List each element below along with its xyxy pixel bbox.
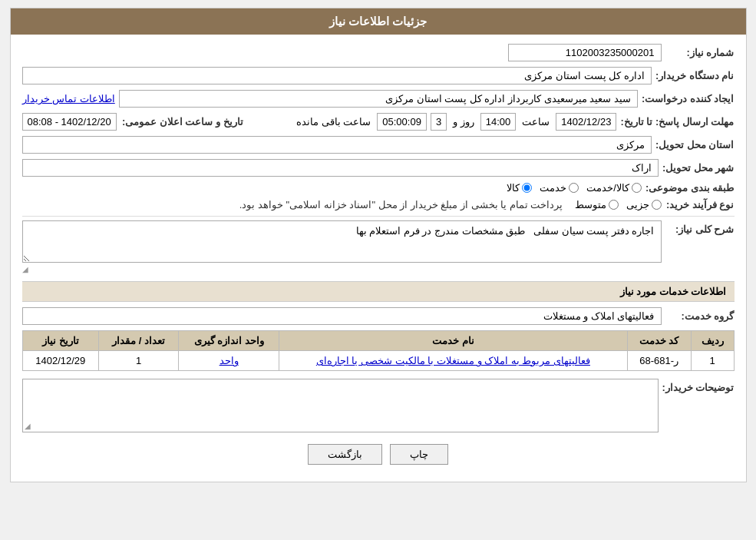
- page-header: جزئیات اطلاعات نیاز: [11, 8, 746, 35]
- col-row-num: ردیف: [691, 331, 734, 351]
- deadline-row: مهلت ارسال پاسخ: تا تاریخ: 1402/12/23 سا…: [22, 113, 735, 131]
- buyer-name-label: نام دستگاه خریدار:: [655, 70, 735, 81]
- remaining-time-value: 05:00:09: [377, 113, 427, 131]
- deadline-date-value: 1402/12/23: [556, 113, 616, 131]
- buyer-desc-row: توضیحات خریدار: ◢: [22, 379, 735, 432]
- category-goods-service-item: کالا/خدمت: [586, 182, 642, 194]
- col-date: تاریخ نیاز: [22, 331, 99, 351]
- col-unit: واحد اندازه گیری: [179, 331, 279, 351]
- creator-contact-link[interactable]: اطلاعات تماس خریدار: [22, 93, 115, 104]
- back-button[interactable]: بازگشت: [308, 444, 382, 465]
- purchase-partial-item: جزیی: [626, 199, 662, 210]
- col-service-name: نام خدمت: [279, 331, 627, 351]
- cell-unit[interactable]: واحد: [179, 351, 279, 371]
- services-table-header-row: ردیف کد خدمت نام خدمت واحد اندازه گیری ت…: [22, 331, 734, 351]
- days-label: روز و: [453, 116, 474, 128]
- purchase-partial-label: جزیی: [626, 199, 649, 210]
- buyer-desc-label: توضیحات خریدار:: [662, 382, 735, 393]
- category-label: طبقه بندی موضوعی:: [645, 182, 735, 194]
- buttons-row: چاپ بازگشت: [22, 444, 735, 465]
- resize-icon: ◢: [22, 265, 662, 273]
- category-service-item: خدمت: [540, 182, 579, 194]
- page-title: جزئیات اطلاعات نیاز: [329, 15, 427, 28]
- content-area: شماره نیاز: 1102003235000201 نام دستگاه …: [11, 35, 746, 482]
- page-container: جزئیات اطلاعات نیاز شماره نیاز: 11020032…: [10, 8, 747, 482]
- service-group-label: گروه خدمت:: [665, 310, 735, 322]
- date-time-label: تاریخ و ساعت اعلان عمومی:: [120, 116, 243, 128]
- category-goods-label: کالا: [507, 182, 520, 194]
- col-service-code: کد خدمت: [627, 331, 691, 351]
- need-desc-textarea[interactable]: [22, 220, 662, 263]
- purchase-type-label: نوع فرآیند خرید:: [665, 199, 735, 210]
- purchase-medium-radio[interactable]: [609, 200, 619, 210]
- delivery-province-value: مرکزی: [22, 136, 652, 154]
- purchase-type-radio-group: جزیی متوسط: [575, 199, 662, 210]
- delivery-province-label: استان محل تحویل:: [655, 139, 735, 151]
- cell-quantity: 1: [99, 351, 179, 371]
- cell-service-name[interactable]: فعالیتهای مربوط به املاک و مستغلات با ما…: [279, 351, 627, 371]
- delivery-province-row: استان محل تحویل: مرکزی: [22, 136, 735, 154]
- services-table: ردیف کد خدمت نام خدمت واحد اندازه گیری ت…: [22, 330, 735, 371]
- category-goods-service-radio[interactable]: [632, 183, 642, 193]
- request-number-value: 1102003235000201: [508, 44, 662, 61]
- need-desc-row: شرح کلی نیاز: ◢: [22, 220, 735, 273]
- category-radio-group: کالا/خدمت خدمت کالا: [507, 182, 642, 194]
- category-goods-radio[interactable]: [522, 183, 532, 193]
- delivery-city-label: شهر محل تحویل:: [662, 162, 735, 174]
- service-group-row: گروه خدمت: فعالیتهای املاک و مستغلات: [22, 307, 735, 325]
- service-group-value: فعالیتهای املاک و مستغلات: [22, 307, 662, 325]
- creator-value: سید سعید میرسعیدی کاربرداز اداره کل پست …: [119, 90, 638, 108]
- purchase-partial-radio[interactable]: [652, 200, 662, 210]
- category-service-radio[interactable]: [569, 183, 579, 193]
- creator-label: ایجاد کننده درخواست:: [642, 93, 735, 104]
- print-button[interactable]: چاپ: [390, 444, 448, 465]
- public-date-value: 1402/12/20 - 08:08: [22, 113, 117, 131]
- col-quantity: تعداد / مقدار: [99, 331, 179, 351]
- creator-row: ایجاد کننده درخواست: سید سعید میرسعیدی ک…: [22, 90, 735, 108]
- remaining-label: ساعت باقی مانده: [296, 116, 371, 128]
- remaining-days-value: 3: [431, 113, 447, 131]
- buyer-name-row: نام دستگاه خریدار: اداره کل پست استان مر…: [22, 67, 735, 84]
- category-goods-item: کالا: [507, 182, 532, 194]
- deadline-label: مهلت ارسال پاسخ: تا تاریخ:: [620, 116, 734, 128]
- cell-service-code: ر-681-68: [627, 351, 691, 371]
- services-table-body: 1 ر-681-68 فعالیتهای مربوط به املاک و مس…: [22, 351, 734, 371]
- cell-date: 1402/12/29: [22, 351, 99, 371]
- table-row: 1 ر-681-68 فعالیتهای مربوط به املاک و مس…: [22, 351, 734, 371]
- buyer-desc-resize-icon: ◢: [25, 422, 31, 430]
- purchase-note: پرداخت تمام یا بخشی از مبلغ خریدار از مح…: [239, 199, 563, 210]
- services-table-head: ردیف کد خدمت نام خدمت واحد اندازه گیری ت…: [22, 331, 734, 351]
- services-section-header: اطلاعات خدمات مورد نیاز: [22, 281, 735, 302]
- buyer-desc-box: ◢: [22, 379, 659, 432]
- category-service-label: خدمت: [540, 182, 566, 194]
- category-row: طبقه بندی موضوعی: کالا/خدمت خدمت کالا: [22, 182, 735, 194]
- delivery-city-value: اراک: [22, 159, 659, 177]
- need-desc-wrapper: ◢: [22, 220, 662, 273]
- request-number-label: شماره نیاز:: [665, 47, 735, 58]
- delivery-city-row: شهر محل تحویل: اراک: [22, 159, 735, 177]
- cell-row-num: 1: [691, 351, 734, 371]
- purchase-medium-label: متوسط: [575, 199, 606, 210]
- category-goods-service-label: کالا/خدمت: [586, 182, 629, 194]
- divider1: [22, 216, 735, 217]
- purchase-medium-item: متوسط: [575, 199, 619, 210]
- need-desc-label: شرح کلی نیاز:: [665, 224, 735, 235]
- buyer-name-value: اداره کل پست استان مرکزی: [22, 67, 652, 84]
- hour-label: ساعت: [522, 116, 550, 128]
- request-number-row: شماره نیاز: 1102003235000201: [22, 44, 735, 61]
- purchase-type-row: نوع فرآیند خرید: جزیی متوسط پرداخت تمام …: [22, 199, 735, 210]
- deadline-hour-value: 14:00: [480, 113, 517, 131]
